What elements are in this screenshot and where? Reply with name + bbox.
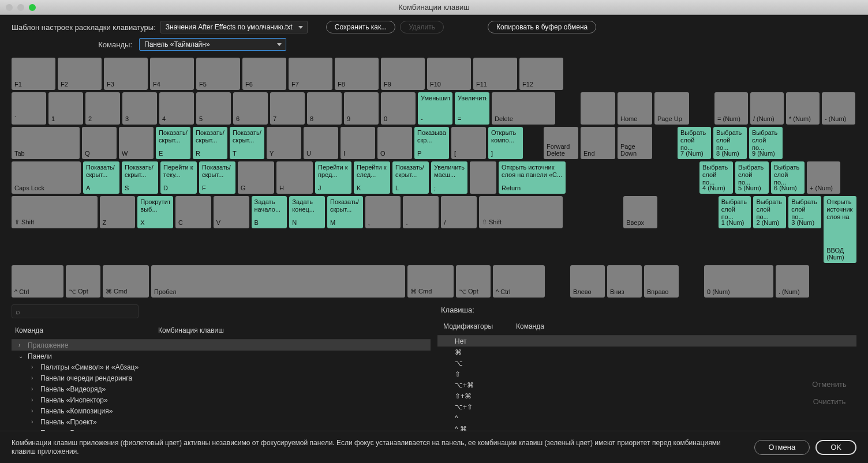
key-forward-delete[interactable]: Forward Delete bbox=[544, 127, 578, 159]
modifier-row[interactable]: ^ bbox=[437, 412, 856, 423]
key--num-[interactable]: / (Num) bbox=[750, 92, 784, 125]
modifier-row[interactable]: ⇧ bbox=[437, 368, 856, 379]
key-page-up[interactable]: Page Up bbox=[654, 92, 689, 125]
tree-row[interactable]: ›Палитры «Символ» и «Абзац» bbox=[12, 362, 431, 372]
key--[interactable]: Вверх bbox=[623, 196, 657, 228]
key-f[interactable]: Показать/скрыт...F bbox=[199, 161, 235, 194]
modifier-row[interactable]: ⌥ bbox=[437, 357, 856, 368]
key--shift[interactable]: ⇧ Shift bbox=[12, 196, 98, 228]
key-l[interactable]: Показать/скрыт...L bbox=[392, 161, 429, 194]
close-icon[interactable] bbox=[6, 4, 13, 11]
key-k[interactable]: Перейти к след...K bbox=[354, 161, 390, 194]
key--[interactable]: Вниз bbox=[607, 265, 642, 298]
modifier-row[interactable]: ⌘ bbox=[437, 347, 856, 357]
search-input[interactable]: ⌕ bbox=[12, 304, 139, 318]
key--num-[interactable]: - (Num) bbox=[822, 92, 855, 125]
modifier-row[interactable]: ⌥+⌘ bbox=[437, 379, 856, 390]
key-4[interactable]: 4 bbox=[159, 92, 194, 125]
key-7[interactable]: 7 bbox=[270, 92, 305, 125]
key-e[interactable]: Показать/скрыт...E bbox=[156, 127, 190, 159]
key-5[interactable]: 5 bbox=[196, 92, 231, 125]
key-3[interactable]: 3 bbox=[122, 92, 157, 125]
key-f1[interactable]: F1 bbox=[12, 58, 55, 90]
key-f4[interactable]: F4 bbox=[150, 58, 194, 90]
key-v[interactable]: V bbox=[214, 196, 249, 228]
key-9-num-[interactable]: Выбрать слой по...9 (Num) bbox=[749, 127, 783, 159]
key-7-num-[interactable]: Выбрать слой по...7 (Num) bbox=[678, 127, 711, 159]
modifier-row[interactable]: ⇧+⌘ bbox=[437, 390, 856, 401]
key-f2[interactable]: F2 bbox=[58, 58, 102, 90]
key-2-num-[interactable]: Выбрать слой по...2 (Num) bbox=[753, 196, 786, 228]
ok-button[interactable]: OK bbox=[815, 440, 856, 455]
key-f11[interactable]: F11 bbox=[473, 58, 517, 90]
key--opt[interactable]: ⌥ Opt bbox=[456, 265, 491, 298]
key-j[interactable]: Перейти к пред...J bbox=[315, 161, 351, 194]
key-0[interactable]: 0 bbox=[381, 92, 416, 125]
commands-select[interactable]: Панель «Таймлайн» bbox=[139, 38, 286, 51]
key--[interactable]: Пробел bbox=[151, 265, 405, 298]
tree-row[interactable]: ›Панель «Проект» bbox=[12, 416, 431, 427]
save-as-button[interactable]: Сохранить как... bbox=[326, 21, 395, 33]
modifier-row[interactable]: Нет bbox=[437, 336, 856, 347]
key-s[interactable]: Показать/скрыт...S bbox=[122, 161, 158, 194]
key--opt[interactable]: ⌥ Opt bbox=[66, 265, 100, 298]
modifier-row[interactable]: ⌥+⇧ bbox=[437, 401, 856, 412]
key--cmd[interactable]: ⌘ Cmd bbox=[103, 265, 149, 298]
key-o[interactable]: O bbox=[377, 127, 412, 159]
key-8[interactable]: 8 bbox=[307, 92, 342, 125]
key-caps-lock[interactable]: Caps Lock bbox=[12, 161, 81, 194]
key-9[interactable]: 9 bbox=[344, 92, 379, 125]
key-w[interactable]: W bbox=[119, 127, 154, 159]
key--[interactable]: / bbox=[441, 196, 477, 228]
key-x[interactable]: Прокрутить выб...X bbox=[137, 196, 173, 228]
key-d[interactable]: Перейти к теку...D bbox=[160, 161, 197, 194]
key--ctrl[interactable]: ^ Ctrl bbox=[493, 265, 545, 298]
key-g[interactable]: G bbox=[238, 161, 274, 194]
key-y[interactable]: Y bbox=[267, 127, 301, 159]
key-n[interactable]: Задать конец...N bbox=[289, 196, 325, 228]
key-a[interactable]: Показать/скрыт...A bbox=[83, 161, 119, 194]
key-5-num-[interactable]: Выбрать слой по...5 (Num) bbox=[735, 161, 769, 194]
key--cmd[interactable]: ⌘ Cmd bbox=[407, 265, 454, 298]
key-f6[interactable]: F6 bbox=[242, 58, 286, 90]
commands-tree[interactable]: ›Приложение⌄Панели›Палитры «Символ» и «А… bbox=[12, 339, 431, 438]
key-page-down[interactable]: Page Down bbox=[618, 127, 652, 159]
key-p[interactable]: Показывать/скр...P bbox=[414, 127, 449, 159]
key--num-[interactable]: * (Num) bbox=[786, 92, 820, 125]
key-2[interactable]: 2 bbox=[85, 92, 120, 125]
key-3-num-[interactable]: Выбрать слой по...3 (Num) bbox=[788, 196, 821, 228]
key-4-num-[interactable]: Выбрать слой по...4 (Num) bbox=[699, 161, 733, 194]
key-r[interactable]: Показать/скрыт...R bbox=[193, 127, 227, 159]
minimize-icon[interactable] bbox=[17, 4, 24, 11]
key--[interactable]: [ bbox=[451, 127, 486, 159]
key--[interactable]: ` bbox=[12, 92, 46, 125]
key-1-num-[interactable]: Выбрать слой по...1 (Num) bbox=[719, 196, 751, 228]
key--[interactable]: Увеличить масш...; bbox=[431, 161, 467, 194]
tree-row[interactable]: ›Панель «Композиция» bbox=[12, 405, 431, 416]
key-[interactable] bbox=[581, 92, 615, 125]
key--num-[interactable]: + (Num) bbox=[807, 161, 840, 194]
key-delete[interactable]: Delete bbox=[492, 92, 555, 125]
key-t[interactable]: Показать/скрыт...T bbox=[230, 127, 264, 159]
key-i[interactable]: I bbox=[341, 127, 375, 159]
tree-row[interactable]: ›Панель «Видеоряд» bbox=[12, 383, 431, 394]
key-f8[interactable]: F8 bbox=[335, 58, 379, 90]
copy-clipboard-button[interactable]: Копировать в буфер обмена bbox=[488, 21, 596, 33]
clear-button[interactable]: Очистить bbox=[803, 395, 855, 408]
key-u[interactable]: U bbox=[304, 127, 338, 159]
undo-button[interactable]: Отменить bbox=[803, 378, 855, 390]
key-6[interactable]: 6 bbox=[233, 92, 268, 125]
key-6-num-[interactable]: Выбрать слой по...6 (Num) bbox=[771, 161, 805, 194]
key--num-[interactable]: = (Num) bbox=[714, 92, 748, 125]
key--[interactable]: Влево bbox=[570, 265, 605, 298]
key--[interactable]: Уменьшить- bbox=[418, 92, 452, 125]
key-f5[interactable]: F5 bbox=[196, 58, 240, 90]
key--[interactable]: Открыть компо...] bbox=[488, 127, 523, 159]
key-b[interactable]: Задать начало...B bbox=[252, 196, 287, 228]
key-return[interactable]: Открыть источник слоя на панели «С...Ret… bbox=[499, 161, 566, 194]
key-end[interactable]: End bbox=[581, 127, 615, 159]
tree-row[interactable]: ⌄Панели bbox=[12, 351, 431, 362]
key-f3[interactable]: F3 bbox=[104, 58, 148, 90]
key-home[interactable]: Home bbox=[618, 92, 652, 125]
tree-row[interactable]: ›Приложение bbox=[12, 340, 431, 351]
